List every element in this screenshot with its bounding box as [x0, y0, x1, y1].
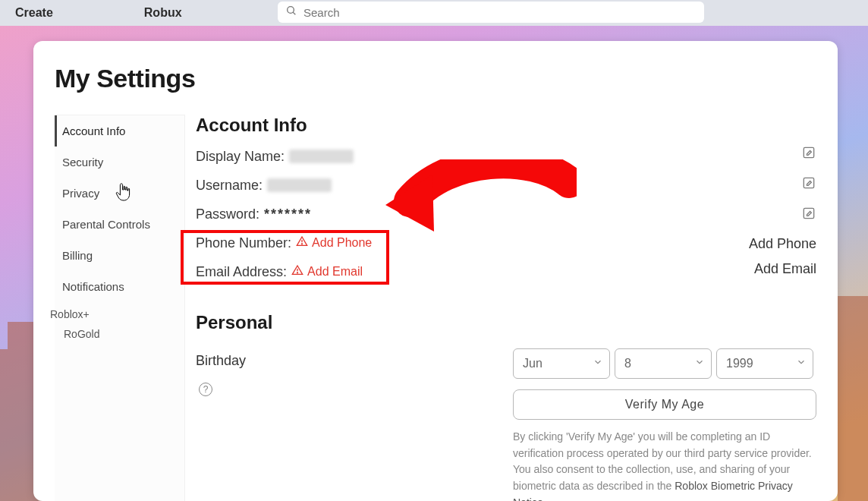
edit-display-name-icon[interactable] — [801, 145, 816, 166]
svg-point-3 — [302, 244, 303, 244]
settings-main: Account Info Display Name: Username: Pas… — [185, 115, 816, 501]
sidebar-extension-sub[interactable]: RoGold — [55, 323, 184, 351]
email-label: Email Address: — [196, 264, 287, 280]
birthday-year-select[interactable]: 1999 — [716, 348, 813, 379]
disclaimer-text-b: . — [543, 496, 546, 501]
chevron-down-icon — [796, 357, 807, 370]
username-value — [267, 178, 332, 192]
display-name-label: Display Name: — [196, 149, 285, 165]
add-phone-inline[interactable]: Add Phone — [296, 235, 372, 250]
help-icon[interactable]: ? — [199, 383, 212, 396]
birthday-day-value: 8 — [624, 357, 631, 370]
decorative-city-right — [838, 296, 868, 501]
birthday-month-select[interactable]: Jun — [513, 348, 610, 379]
warning-icon — [296, 235, 308, 250]
sidebar-item-parental-controls[interactable]: Parental Controls — [55, 209, 184, 240]
add-email-button[interactable]: Add Email — [754, 261, 816, 277]
password-label: Password: — [196, 206, 259, 222]
account-info-right-col: Add Phone Add Email — [718, 145, 816, 277]
svg-point-0 — [288, 7, 294, 14]
username-label: Username: — [196, 178, 263, 194]
sidebar-item-notifications[interactable]: Notifications — [55, 271, 184, 302]
nav-create[interactable]: Create — [15, 6, 53, 20]
sidebar-item-privacy[interactable]: Privacy — [55, 178, 184, 209]
add-phone-inline-label: Add Phone — [312, 236, 372, 250]
search-icon — [285, 5, 297, 20]
birthday-label: Birthday — [196, 348, 287, 369]
sidebar-extension-label: Roblox+ — [50, 302, 184, 323]
svg-line-1 — [293, 12, 295, 14]
warning-icon — [291, 264, 303, 279]
chevron-down-icon — [593, 357, 603, 370]
phone-label: Phone Number: — [196, 235, 291, 251]
add-email-inline-label: Add Email — [307, 265, 363, 279]
sidebar-item-billing[interactable]: Billing — [55, 240, 184, 271]
search-input[interactable] — [303, 6, 697, 19]
nav-robux[interactable]: Robux — [144, 6, 182, 20]
display-name-value — [289, 150, 354, 163]
chevron-down-icon — [694, 357, 705, 370]
svg-point-5 — [297, 273, 298, 273]
sidebar-item-security[interactable]: Security — [55, 147, 184, 178]
birthday-day-select[interactable]: 8 — [615, 348, 712, 379]
add-email-inline[interactable]: Add Email — [291, 264, 363, 279]
page-title: My Settings — [55, 64, 816, 93]
personal-heading: Personal — [196, 312, 816, 333]
edit-username-icon[interactable] — [801, 175, 816, 197]
birthday-month-value: Jun — [523, 357, 542, 370]
verify-age-button[interactable]: Verify My Age — [513, 389, 816, 420]
add-phone-button[interactable]: Add Phone — [749, 236, 816, 252]
account-info-heading: Account Info — [196, 115, 816, 136]
settings-card: My Settings Account Info Security Privac… — [33, 41, 838, 501]
search-box[interactable] — [278, 2, 704, 23]
password-mask: ******* — [264, 206, 312, 222]
sidebar-item-account-info[interactable]: Account Info — [55, 115, 184, 147]
edit-password-icon[interactable] — [801, 206, 816, 227]
verify-disclaimer: By clicking 'Verify My Age' you will be … — [513, 429, 816, 501]
birthday-year-value: 1999 — [726, 357, 753, 370]
settings-sidebar: Account Info Security Privacy Parental C… — [55, 115, 185, 501]
